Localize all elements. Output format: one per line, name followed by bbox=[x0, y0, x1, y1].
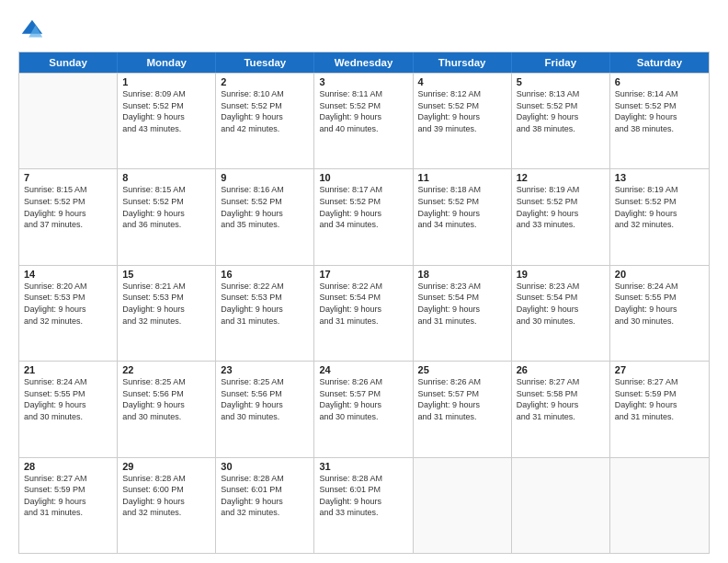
day-number: 26 bbox=[517, 364, 605, 375]
table-row: 21Sunrise: 8:24 AM Sunset: 5:55 PM Dayli… bbox=[19, 362, 118, 456]
page: SundayMondayTuesdayWednesdayThursdayFrid… bbox=[0, 0, 728, 563]
day-number: 19 bbox=[517, 269, 605, 280]
header-day-monday: Monday bbox=[118, 52, 216, 73]
logo bbox=[18, 17, 48, 42]
header-day-tuesday: Tuesday bbox=[216, 52, 314, 73]
day-number: 11 bbox=[418, 172, 506, 183]
day-info: Sunrise: 8:13 AM Sunset: 5:52 PM Dayligh… bbox=[517, 88, 605, 134]
table-row: 17Sunrise: 8:22 AM Sunset: 5:54 PM Dayli… bbox=[314, 266, 413, 361]
table-row: 1Sunrise: 8:09 AM Sunset: 5:52 PM Daylig… bbox=[118, 74, 216, 168]
day-number: 7 bbox=[24, 172, 112, 183]
table-row: 2Sunrise: 8:10 AM Sunset: 5:52 PM Daylig… bbox=[216, 74, 314, 168]
day-number: 24 bbox=[319, 364, 407, 375]
day-info: Sunrise: 8:12 AM Sunset: 5:52 PM Dayligh… bbox=[418, 88, 506, 134]
header-day-wednesday: Wednesday bbox=[314, 52, 413, 73]
day-info: Sunrise: 8:11 AM Sunset: 5:52 PM Dayligh… bbox=[319, 88, 407, 134]
day-info: Sunrise: 8:25 AM Sunset: 5:56 PM Dayligh… bbox=[122, 376, 210, 422]
table-row: 14Sunrise: 8:20 AM Sunset: 5:53 PM Dayli… bbox=[19, 266, 118, 361]
calendar: SundayMondayTuesdayWednesdayThursdayFrid… bbox=[18, 52, 710, 554]
header bbox=[18, 17, 710, 42]
day-info: Sunrise: 8:28 AM Sunset: 6:01 PM Dayligh… bbox=[221, 473, 309, 519]
table-row: 15Sunrise: 8:21 AM Sunset: 5:53 PM Dayli… bbox=[118, 266, 216, 361]
day-info: Sunrise: 8:19 AM Sunset: 5:52 PM Dayligh… bbox=[615, 184, 704, 230]
table-row: 23Sunrise: 8:25 AM Sunset: 5:56 PM Dayli… bbox=[216, 362, 314, 456]
table-row bbox=[610, 458, 709, 553]
day-info: Sunrise: 8:26 AM Sunset: 5:57 PM Dayligh… bbox=[319, 376, 407, 422]
day-number: 1 bbox=[122, 76, 210, 87]
day-number: 28 bbox=[24, 461, 112, 472]
day-info: Sunrise: 8:14 AM Sunset: 5:52 PM Dayligh… bbox=[615, 88, 704, 134]
table-row: 27Sunrise: 8:27 AM Sunset: 5:59 PM Dayli… bbox=[610, 362, 709, 456]
day-info: Sunrise: 8:24 AM Sunset: 5:55 PM Dayligh… bbox=[24, 376, 112, 422]
table-row: 7Sunrise: 8:15 AM Sunset: 5:52 PM Daylig… bbox=[19, 169, 118, 264]
day-number: 5 bbox=[517, 76, 605, 87]
week-row-4: 28Sunrise: 8:27 AM Sunset: 5:59 PM Dayli… bbox=[19, 457, 709, 553]
day-info: Sunrise: 8:28 AM Sunset: 6:00 PM Dayligh… bbox=[122, 473, 210, 519]
day-number: 22 bbox=[122, 364, 210, 375]
table-row: 20Sunrise: 8:24 AM Sunset: 5:55 PM Dayli… bbox=[610, 266, 709, 361]
day-info: Sunrise: 8:09 AM Sunset: 5:52 PM Dayligh… bbox=[122, 88, 210, 134]
day-number: 30 bbox=[221, 461, 309, 472]
day-info: Sunrise: 8:25 AM Sunset: 5:56 PM Dayligh… bbox=[221, 376, 309, 422]
day-info: Sunrise: 8:10 AM Sunset: 5:52 PM Dayligh… bbox=[221, 88, 309, 134]
day-info: Sunrise: 8:23 AM Sunset: 5:54 PM Dayligh… bbox=[517, 281, 605, 327]
day-number: 13 bbox=[615, 172, 704, 183]
day-info: Sunrise: 8:27 AM Sunset: 5:59 PM Dayligh… bbox=[24, 473, 112, 519]
table-row: 6Sunrise: 8:14 AM Sunset: 5:52 PM Daylig… bbox=[610, 74, 709, 168]
day-number: 27 bbox=[615, 364, 704, 375]
day-number: 14 bbox=[24, 269, 112, 280]
day-number: 17 bbox=[319, 269, 407, 280]
header-day-saturday: Saturday bbox=[610, 52, 709, 73]
table-row: 16Sunrise: 8:22 AM Sunset: 5:53 PM Dayli… bbox=[216, 266, 314, 361]
day-number: 23 bbox=[221, 364, 309, 375]
day-number: 8 bbox=[122, 172, 210, 183]
day-info: Sunrise: 8:21 AM Sunset: 5:53 PM Dayligh… bbox=[122, 281, 210, 327]
day-number: 4 bbox=[418, 76, 506, 87]
table-row: 3Sunrise: 8:11 AM Sunset: 5:52 PM Daylig… bbox=[314, 74, 413, 168]
day-info: Sunrise: 8:20 AM Sunset: 5:53 PM Dayligh… bbox=[24, 281, 112, 327]
table-row: 26Sunrise: 8:27 AM Sunset: 5:58 PM Dayli… bbox=[512, 362, 610, 456]
day-info: Sunrise: 8:26 AM Sunset: 5:57 PM Dayligh… bbox=[418, 376, 506, 422]
day-number: 6 bbox=[615, 76, 704, 87]
day-info: Sunrise: 8:24 AM Sunset: 5:55 PM Dayligh… bbox=[615, 281, 704, 327]
day-number: 12 bbox=[517, 172, 605, 183]
table-row: 18Sunrise: 8:23 AM Sunset: 5:54 PM Dayli… bbox=[414, 266, 512, 361]
day-info: Sunrise: 8:22 AM Sunset: 5:53 PM Dayligh… bbox=[221, 281, 309, 327]
header-day-thursday: Thursday bbox=[414, 52, 512, 73]
table-row: 31Sunrise: 8:28 AM Sunset: 6:01 PM Dayli… bbox=[314, 458, 413, 553]
week-row-1: 7Sunrise: 8:15 AM Sunset: 5:52 PM Daylig… bbox=[19, 168, 709, 264]
table-row: 22Sunrise: 8:25 AM Sunset: 5:56 PM Dayli… bbox=[118, 362, 216, 456]
day-info: Sunrise: 8:23 AM Sunset: 5:54 PM Dayligh… bbox=[418, 281, 506, 327]
table-row: 24Sunrise: 8:26 AM Sunset: 5:57 PM Dayli… bbox=[314, 362, 413, 456]
table-row: 8Sunrise: 8:15 AM Sunset: 5:52 PM Daylig… bbox=[118, 169, 216, 264]
day-info: Sunrise: 8:27 AM Sunset: 5:59 PM Dayligh… bbox=[615, 376, 704, 422]
table-row: 13Sunrise: 8:19 AM Sunset: 5:52 PM Dayli… bbox=[610, 169, 709, 264]
table-row: 4Sunrise: 8:12 AM Sunset: 5:52 PM Daylig… bbox=[414, 74, 512, 168]
table-row: 5Sunrise: 8:13 AM Sunset: 5:52 PM Daylig… bbox=[512, 74, 610, 168]
day-info: Sunrise: 8:27 AM Sunset: 5:58 PM Dayligh… bbox=[517, 376, 605, 422]
day-info: Sunrise: 8:28 AM Sunset: 6:01 PM Dayligh… bbox=[319, 473, 407, 519]
day-info: Sunrise: 8:22 AM Sunset: 5:54 PM Dayligh… bbox=[319, 281, 407, 327]
day-number: 25 bbox=[418, 364, 506, 375]
day-number: 9 bbox=[221, 172, 309, 183]
table-row bbox=[19, 74, 118, 168]
table-row: 12Sunrise: 8:19 AM Sunset: 5:52 PM Dayli… bbox=[512, 169, 610, 264]
day-number: 20 bbox=[615, 269, 704, 280]
day-number: 3 bbox=[319, 76, 407, 87]
day-number: 15 bbox=[122, 269, 210, 280]
day-info: Sunrise: 8:17 AM Sunset: 5:52 PM Dayligh… bbox=[319, 184, 407, 230]
calendar-header: SundayMondayTuesdayWednesdayThursdayFrid… bbox=[19, 52, 709, 73]
day-info: Sunrise: 8:18 AM Sunset: 5:52 PM Dayligh… bbox=[418, 184, 506, 230]
table-row: 30Sunrise: 8:28 AM Sunset: 6:01 PM Dayli… bbox=[216, 458, 314, 553]
logo-icon bbox=[18, 17, 44, 42]
day-number: 2 bbox=[221, 76, 309, 87]
week-row-2: 14Sunrise: 8:20 AM Sunset: 5:53 PM Dayli… bbox=[19, 265, 709, 361]
day-number: 18 bbox=[418, 269, 506, 280]
table-row bbox=[414, 458, 512, 553]
day-info: Sunrise: 8:16 AM Sunset: 5:52 PM Dayligh… bbox=[221, 184, 309, 230]
day-number: 10 bbox=[319, 172, 407, 183]
day-info: Sunrise: 8:19 AM Sunset: 5:52 PM Dayligh… bbox=[517, 184, 605, 230]
day-number: 21 bbox=[24, 364, 112, 375]
header-day-sunday: Sunday bbox=[19, 52, 118, 73]
table-row: 25Sunrise: 8:26 AM Sunset: 5:57 PM Dayli… bbox=[414, 362, 512, 456]
